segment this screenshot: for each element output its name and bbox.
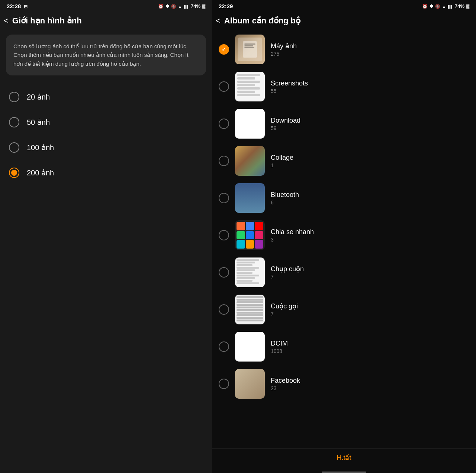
volume-icon — [171, 3, 176, 9]
right-status-icons: 74% — [422, 3, 469, 9]
right-back-button[interactable]: < — [216, 17, 221, 25]
album-thumb-6 — [235, 257, 265, 287]
album-item-9[interactable]: Facebook23 — [216, 365, 472, 402]
album-radio-3 — [219, 156, 229, 166]
album-info-8: DCIM1008 — [271, 340, 469, 354]
album-info-0: Máy ảnh275 — [271, 42, 469, 57]
album-radio-1 — [219, 81, 229, 92]
album-name-1: Screenshots — [271, 80, 469, 87]
album-radio-4 — [219, 193, 229, 203]
album-item-0[interactable]: Máy ảnh275 — [216, 31, 472, 68]
left-back-button[interactable]: < — [4, 17, 9, 25]
right-battery: 74% — [455, 3, 464, 9]
album-thumb-9 — [235, 369, 265, 399]
album-count-9: 23 — [271, 385, 469, 391]
right-time: 22:29 — [219, 3, 233, 9]
album-count-3: 1 — [271, 162, 469, 168]
radio-label-0: 20 ảnh — [27, 93, 50, 101]
album-radio-8 — [219, 341, 229, 352]
album-name-7: Cuộc gọi — [271, 302, 469, 310]
home-indicator — [322, 472, 366, 473]
album-thumb-5 — [235, 220, 265, 250]
alarm-icon — [158, 3, 164, 9]
album-info-1: Screenshots55 — [271, 80, 469, 94]
album-item-8[interactable]: DCIM1008 — [216, 328, 472, 365]
deselect-all-button[interactable]: H.tất — [337, 454, 351, 462]
left-status-icons: 74% — [158, 3, 205, 9]
album-info-3: Collage1 — [271, 154, 469, 168]
left-time: 22:28 — [7, 3, 21, 9]
album-count-7: 7 — [271, 311, 469, 317]
album-radio-0 — [219, 44, 229, 55]
right-bluetooth-icon — [430, 3, 433, 9]
radio-option-2[interactable]: 100 ảnh — [7, 135, 205, 160]
album-info-2: Download59 — [271, 117, 469, 131]
radio-label-1: 50 ảnh — [27, 118, 50, 127]
album-item-7[interactable]: Cuộc gọi7 — [216, 291, 472, 328]
right-signal-icon — [448, 3, 453, 9]
wifi-icon — [178, 3, 182, 9]
left-panel: 22:28 74% < Giới hạn hình ảnh Chọn số lư… — [0, 0, 212, 473]
album-count-8: 1008 — [271, 348, 469, 354]
right-battery-icon — [466, 3, 469, 9]
gallery-icon — [24, 3, 28, 9]
album-info-6: Chụp cuộn7 — [271, 265, 469, 280]
album-list: Máy ảnh275Screenshots55Download59Collage… — [212, 31, 476, 448]
album-count-0: 275 — [271, 51, 469, 57]
right-status-bar: 22:29 74% — [212, 0, 476, 11]
right-header: < Album cần đồng bộ — [212, 11, 476, 31]
radio-circle-0 — [9, 92, 19, 102]
radio-label-3: 200 ảnh — [27, 168, 54, 177]
bluetooth-icon — [165, 3, 169, 9]
album-thumb-7 — [235, 295, 265, 324]
radio-circle-1 — [9, 117, 19, 127]
radio-option-3[interactable]: 200 ảnh — [7, 160, 205, 185]
album-thumb-0 — [235, 35, 265, 64]
album-item-5[interactable]: Chia se nhanh3 — [216, 217, 472, 254]
album-count-6: 7 — [271, 274, 469, 280]
album-radio-5 — [219, 230, 229, 240]
album-thumb-3 — [235, 146, 265, 176]
photo-limit-options: 20 ảnh50 ảnh100 ảnh200 ảnh — [0, 84, 212, 185]
right-volume-icon — [435, 3, 440, 9]
album-info-9: Facebook23 — [271, 377, 469, 391]
radio-label-2: 100 ảnh — [27, 143, 54, 152]
album-name-9: Facebook — [271, 377, 469, 385]
album-radio-9 — [219, 379, 229, 389]
album-count-1: 55 — [271, 88, 469, 94]
album-name-5: Chia se nhanh — [271, 228, 469, 236]
album-item-1[interactable]: Screenshots55 — [216, 68, 472, 105]
signal-icon — [184, 3, 189, 9]
description-card: Chọn số lượng ảnh có thể lưu trữ trên đồ… — [6, 35, 206, 75]
radio-circle-3 — [9, 168, 19, 178]
radio-option-0[interactable]: 20 ảnh — [7, 84, 205, 110]
album-thumb-2 — [235, 109, 265, 139]
bottom-bar: H.tất — [212, 448, 476, 469]
left-page-title: Giới hạn hình ảnh — [12, 16, 82, 26]
album-thumb-8 — [235, 332, 265, 362]
radio-option-1[interactable]: 50 ảnh — [7, 110, 205, 135]
description-text: Chọn số lượng ảnh có thể lưu trữ trên đồ… — [13, 42, 199, 68]
album-thumb-1 — [235, 72, 265, 101]
album-count-2: 59 — [271, 125, 469, 131]
album-name-6: Chụp cuộn — [271, 265, 469, 273]
battery-icon — [202, 3, 205, 9]
album-name-2: Download — [271, 117, 469, 124]
album-info-7: Cuộc gọi7 — [271, 302, 469, 317]
album-count-5: 3 — [271, 237, 469, 243]
right-alarm-icon — [422, 3, 428, 9]
radio-circle-2 — [9, 142, 19, 153]
album-item-4[interactable]: Bluetooth6 — [216, 179, 472, 217]
album-item-6[interactable]: Chụp cuộn7 — [216, 254, 472, 291]
right-panel: 22:29 74% < Album cần đồng bộ Máy ảnh275… — [212, 0, 476, 473]
right-wifi-icon — [442, 3, 446, 9]
album-count-4: 6 — [271, 200, 469, 205]
left-status-bar: 22:28 74% — [0, 0, 212, 11]
album-radio-7 — [219, 304, 229, 315]
album-name-8: DCIM — [271, 340, 469, 347]
album-info-5: Chia se nhanh3 — [271, 228, 469, 243]
album-item-3[interactable]: Collage1 — [216, 142, 472, 179]
album-radio-6 — [219, 267, 229, 278]
album-item-2[interactable]: Download59 — [216, 105, 472, 142]
left-header: < Giới hạn hình ảnh — [0, 11, 212, 31]
